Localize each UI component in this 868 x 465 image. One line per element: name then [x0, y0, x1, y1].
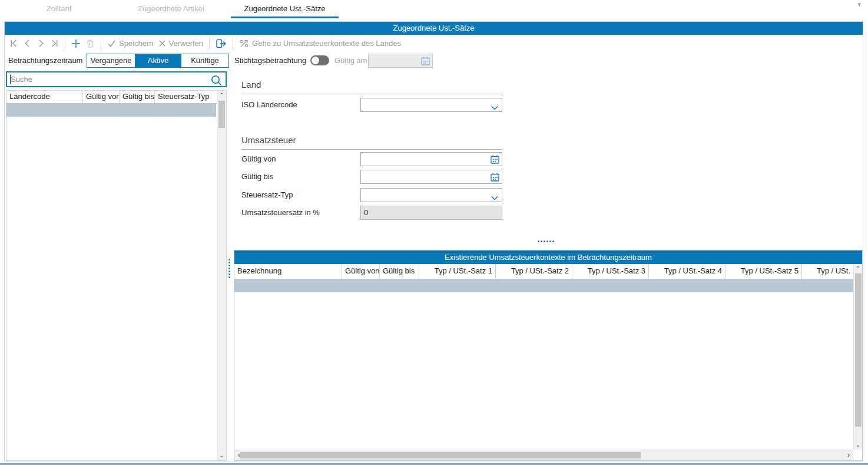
- betrachtungszeitraum-label: Betrachtungszeitraum: [8, 56, 82, 65]
- column-header-gueltig-bis[interactable]: Gültig bis: [120, 91, 155, 103]
- check-icon: [107, 39, 116, 48]
- gueltig-von-label: Gültig von: [241, 152, 276, 166]
- search-input[interactable]: [11, 73, 205, 85]
- steuersatz-typ-select[interactable]: [360, 188, 502, 202]
- stichtag-toggle[interactable]: [310, 55, 329, 65]
- table-row[interactable]: [234, 279, 853, 292]
- plus-icon: [71, 39, 81, 48]
- tab-strip: Zolltarif Zugeordnete Artikel Zugeordnet…: [0, 0, 868, 19]
- umsatzsteuersatz-input[interactable]: 0: [360, 206, 502, 220]
- calendar-icon[interactable]: [420, 56, 430, 68]
- betrachtungszeitraum-segmented-control: Vergangene Aktive Künftige: [87, 54, 229, 68]
- iso-laendercode-select[interactable]: [360, 98, 502, 112]
- scrollbar-thumb[interactable]: [240, 452, 641, 459]
- scroll-right-icon[interactable]: ›: [844, 450, 853, 460]
- steuersatz-typ-label: Steuersatz-Typ: [241, 188, 293, 202]
- iso-laendercode-label: ISO Ländercode: [241, 98, 297, 112]
- goto-context-label: Gehe zu Umsatzsteuerkontexte des Landes: [252, 39, 401, 48]
- horizontal-splitter-grip[interactable]: [538, 240, 554, 242]
- horizontal-scrollbar[interactable]: ‹ ›: [234, 450, 853, 460]
- chevron-down-icon: [491, 103, 498, 112]
- discard-button[interactable]: Verwerfen: [158, 39, 204, 48]
- scroll-down-icon[interactable]: ⌄: [217, 451, 226, 460]
- save-button[interactable]: Speichern: [107, 39, 154, 48]
- gueltig-von-input[interactable]: [360, 152, 502, 166]
- column-header-gueltig-von[interactable]: Gültig von: [83, 91, 120, 103]
- toolbar-separator: [233, 38, 233, 50]
- scroll-down-icon[interactable]: ⌄: [854, 440, 862, 450]
- table-header-row: Bezeichnung Gültig von Gültig bis Typ / …: [234, 264, 853, 279]
- goto-context-button[interactable]: Gehe zu Umsatzsteuerkontexte des Landes: [239, 39, 401, 48]
- scroll-up-icon[interactable]: ⌃: [217, 91, 226, 100]
- toolbar: Speichern Verwerfen Gehe zu Umsatzsteuer…: [5, 35, 863, 52]
- vertical-scrollbar[interactable]: ⌃ ⌄: [853, 264, 862, 450]
- kuenftige-button[interactable]: Künftige: [181, 54, 229, 68]
- active-tab-underline: [231, 17, 339, 18]
- discard-button-label: Verwerfen: [169, 39, 204, 48]
- next-record-icon: [37, 39, 45, 48]
- scrollbar-thumb[interactable]: [855, 273, 862, 427]
- column-header-gueltig-bis[interactable]: Gültig bis: [380, 264, 419, 279]
- delete-record-button[interactable]: [85, 39, 95, 48]
- toolbar-separator: [65, 38, 65, 50]
- goto-percent-icon: [239, 39, 249, 48]
- chevron-down-icon: [491, 193, 498, 202]
- vergangene-button[interactable]: Vergangene: [87, 54, 135, 68]
- umsatzsteuer-section-heading: Umsatzsteuer: [241, 135, 296, 145]
- first-record-button[interactable]: [9, 39, 18, 48]
- collapse-panel-icon[interactable]: ▾: [857, 1, 861, 8]
- column-header-typ-ust-satz-3[interactable]: Typ / USt.-Satz 3: [572, 264, 649, 279]
- main-panel: Zugeordnete Ust.-Sätze: [4, 21, 863, 461]
- aktive-button[interactable]: Aktive: [135, 54, 181, 68]
- previous-record-icon: [23, 39, 32, 48]
- calendar-icon[interactable]: [490, 154, 500, 166]
- table-header-row: Ländercode Gültig von Gültig bis Steuers…: [6, 91, 226, 104]
- previous-record-button[interactable]: [23, 39, 32, 48]
- first-record-icon: [9, 39, 18, 48]
- gueltig-bis-input[interactable]: [360, 170, 502, 184]
- toolbar-separator: [101, 38, 101, 50]
- land-section-heading: Land: [241, 80, 261, 90]
- gueltig-bis-label: Gültig bis: [241, 170, 273, 184]
- column-header-typ-ust-satz-4[interactable]: Typ / USt.-Satz 4: [649, 264, 725, 279]
- column-header-gueltig-von[interactable]: Gültig von: [342, 264, 380, 279]
- search-icon[interactable]: [210, 74, 223, 88]
- column-header-laendercode[interactable]: Ländercode: [6, 91, 83, 103]
- column-header-steuersatz-typ[interactable]: Steuersatz-Typ: [155, 91, 216, 103]
- tab-zugeordnete-ust-saetze[interactable]: Zugeordnete Ust.-Sätze: [231, 0, 339, 17]
- column-header-typ-ust-satz-1[interactable]: Typ / USt.-Satz 1: [419, 264, 496, 279]
- x-icon: [158, 39, 166, 47]
- gueltig-am-date-input[interactable]: [368, 54, 433, 68]
- navigate-forward-icon: [216, 38, 227, 49]
- column-header-typ-ust-satz-2[interactable]: Typ / USt.-Satz 2: [496, 264, 572, 279]
- add-record-button[interactable]: [71, 39, 81, 48]
- toolbar-separator: [209, 38, 210, 50]
- bottom-panel-title: Existierende Umsatzsteuerkontexte im Bet…: [234, 250, 862, 264]
- table-row[interactable]: [6, 104, 216, 117]
- open-record-button[interactable]: [216, 38, 227, 49]
- tab-zugeordnete-artikel[interactable]: Zugeordnete Artikel: [117, 0, 225, 17]
- trash-icon: [85, 39, 95, 48]
- filter-row: Betrachtungszeitraum Vergangene Aktive K…: [5, 52, 863, 70]
- section-divider: [241, 149, 502, 150]
- column-header-typ-ust-satz-6[interactable]: Typ / USt.: [802, 264, 853, 279]
- next-record-button[interactable]: [37, 39, 45, 48]
- panel-title: Zugeordnete Ust.-Sätze: [5, 22, 863, 35]
- scroll-up-icon[interactable]: ⌃: [854, 264, 862, 273]
- vertical-scrollbar[interactable]: ⌃ ⌄: [217, 91, 226, 460]
- search-box: [6, 71, 227, 87]
- section-divider: [241, 94, 502, 94]
- laendercode-table: Ländercode Gültig von Gültig bis Steuers…: [6, 90, 227, 461]
- save-button-label: Speichern: [119, 39, 154, 48]
- column-header-bezeichnung[interactable]: Bezeichnung: [234, 264, 342, 279]
- toggle-knob: [312, 57, 319, 64]
- scrollbar-thumb[interactable]: [218, 101, 225, 128]
- last-record-button[interactable]: [50, 39, 59, 48]
- vertical-splitter-grip[interactable]: [228, 259, 230, 278]
- stichtagsbetrachtung-label: Stichtagsbetrachtung: [234, 56, 306, 65]
- last-record-icon: [50, 39, 59, 48]
- tab-zolltarif[interactable]: Zolltarif: [15, 0, 103, 17]
- column-header-typ-ust-satz-5[interactable]: Typ / USt.-Satz 5: [725, 264, 802, 279]
- calendar-icon[interactable]: [490, 172, 500, 184]
- umsatzsteuersatz-value: 0: [364, 208, 368, 217]
